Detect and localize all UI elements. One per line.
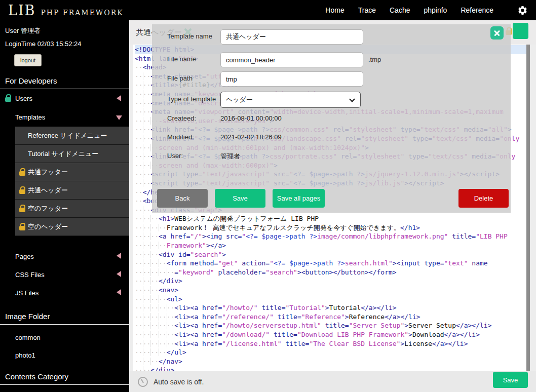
autosave-timer-icon <box>138 377 148 387</box>
save-all-pages-button[interactable]: Save all pages <box>273 189 325 208</box>
user-value: 管理者 <box>220 152 240 161</box>
login-time: LoginTime 02/03 15:52:24 <box>5 40 129 48</box>
modified-label: Modified: <box>167 133 194 141</box>
sidebar-item-label: common <box>15 334 41 341</box>
sidebar-item-photo1-folder[interactable]: photo1 <box>0 346 129 364</box>
logo: LIB PHP FRAMEWORK <box>8 3 124 18</box>
sidebar-item-label: Templates <box>15 113 45 121</box>
sidebar-item-label: 空のヘッダー <box>28 222 68 231</box>
lock-icon <box>19 168 25 176</box>
sidebar-item-reference-sidemenu[interactable]: Reference サイドメニュー <box>15 127 129 145</box>
delete-button[interactable]: Delete <box>458 189 509 208</box>
sidebar-item-label: 共通フッター <box>28 168 68 177</box>
chevron-down-icon <box>116 115 122 120</box>
template-settings-dialog: Template name File name .tmp File path T… <box>152 24 511 213</box>
sidebar-item-empty-footer[interactable]: 空のフッター <box>15 200 129 218</box>
close-icon[interactable] <box>490 26 504 40</box>
chevron-left-icon <box>117 95 121 101</box>
lock-icon <box>19 223 25 231</box>
logo-subtitle: PHP FRAMEWORK <box>41 9 123 17</box>
created-value: 2016-08-01 00:00:00 <box>220 114 282 122</box>
save-button[interactable]: Save <box>215 189 265 208</box>
sidebar-item-js-files[interactable]: JS Files <box>0 284 129 302</box>
template-type-select[interactable]: ヘッダー <box>220 92 361 108</box>
user-label: User: <box>167 152 183 160</box>
top-navigation: Home Trace Cache phpinfo Reference <box>325 5 528 16</box>
sidebar: User 管理者 LoginTime 02/03 15:52:24 logout… <box>0 20 129 392</box>
section-contents-category: Contents Category <box>0 372 129 385</box>
gear-icon[interactable] <box>517 5 528 16</box>
sidebar-item-label: Users <box>15 95 32 102</box>
created-label: Createed: <box>167 114 196 122</box>
section-for-developers: For Developers <box>0 76 129 89</box>
footer-bar: Auto save is off. Save <box>129 371 536 392</box>
sidebar-item-label: Pages <box>15 253 34 260</box>
sidebar-item-tutorial-sidemenu[interactable]: Tutorial サイドメニュー <box>15 145 129 163</box>
section-image-folder: Image Folder <box>0 312 129 325</box>
templates-submenu: Reference サイドメニュー Tutorial サイドメニュー 共通フッタ… <box>15 127 129 236</box>
user-info: User 管理者 <box>5 26 129 35</box>
sidebar-item-users[interactable]: Users <box>0 89 129 108</box>
footer-save-button[interactable]: Save <box>493 372 528 388</box>
sidebar-item-pages[interactable]: Pages <box>0 247 129 265</box>
nav-cache[interactable]: Cache <box>390 6 410 14</box>
chevron-left-icon <box>117 253 121 259</box>
nav-phpinfo[interactable]: phpinfo <box>424 6 447 14</box>
nav-home[interactable]: Home <box>325 6 344 14</box>
chevron-down-icon <box>349 96 355 102</box>
back-button[interactable]: Back <box>157 189 208 208</box>
sidebar-item-label: 空のフッター <box>28 204 68 213</box>
lock-icon <box>5 94 11 102</box>
logo-lib: LIB <box>8 3 35 18</box>
nav-trace[interactable]: Trace <box>358 6 376 14</box>
template-name-label: Template name <box>167 32 212 40</box>
sidebar-item-common-footer[interactable]: 共通フッター <box>15 163 129 181</box>
template-type-value: ヘッダー <box>226 95 253 104</box>
lock-icon <box>19 205 25 213</box>
app-window: LIB PHP FRAMEWORK Home Trace Cache phpin… <box>0 0 536 392</box>
file-path-label: File path <box>167 74 193 82</box>
sidebar-item-label: photo1 <box>15 351 35 359</box>
chevron-left-icon <box>117 289 121 295</box>
file-name-label: File name <box>167 55 196 63</box>
file-extension-suffix: .tmp <box>368 56 381 63</box>
autosave-status: Auto save is off. <box>154 378 204 386</box>
lock-icon <box>19 186 25 194</box>
editor-scrollbar[interactable] <box>526 45 530 371</box>
modified-value: 2021-02-02 18:26:09 <box>220 133 282 141</box>
template-name-input[interactable] <box>220 29 363 45</box>
file-path-input[interactable] <box>220 71 363 87</box>
template-type-label: Type of template <box>167 95 216 103</box>
file-name-input[interactable] <box>220 52 363 67</box>
chevron-left-icon <box>117 271 121 277</box>
sidebar-item-label: CSS Files <box>15 271 45 279</box>
sidebar-item-how-to-use[interactable]: How to use <box>0 388 129 392</box>
sidebar-item-label: 共通ヘッダー <box>28 186 68 195</box>
logout-button[interactable]: logout <box>14 54 42 66</box>
sidebar-item-templates[interactable]: Templates <box>0 108 129 127</box>
sidebar-item-label: Tutorial サイドメニュー <box>28 149 98 159</box>
nav-reference[interactable]: Reference <box>461 6 493 14</box>
sidebar-item-label: JS Files <box>15 289 39 297</box>
sidebar-item-common-folder[interactable]: common <box>0 329 129 346</box>
topbar: LIB PHP FRAMEWORK Home Trace Cache phpin… <box>0 0 536 20</box>
sidebar-item-common-header[interactable]: 共通ヘッダー <box>15 181 129 200</box>
sidebar-item-empty-header[interactable]: 空のヘッダー <box>15 218 129 236</box>
sidebar-item-css-files[interactable]: CSS Files <box>0 265 129 284</box>
header-action-button[interactable] <box>513 23 528 39</box>
sidebar-item-label: Reference サイドメニュー <box>28 131 107 140</box>
